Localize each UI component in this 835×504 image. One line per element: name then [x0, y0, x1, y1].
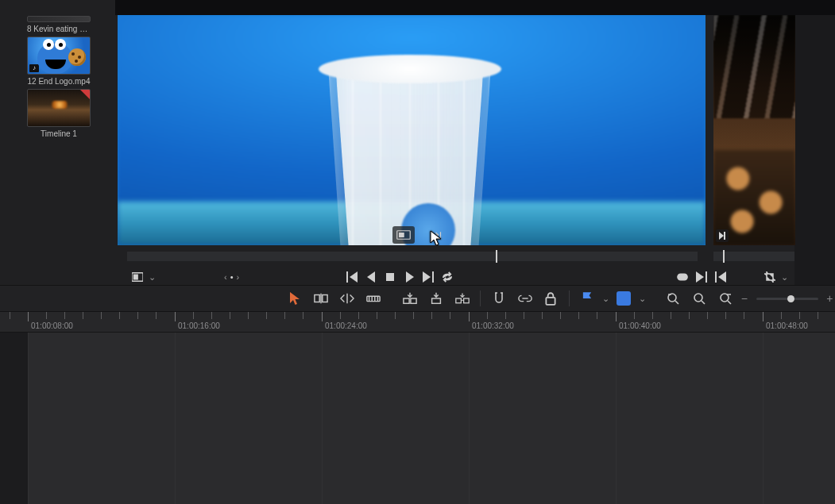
- separator: [569, 290, 570, 306]
- ruler-tick: [469, 312, 470, 321]
- media-clip[interactable]: ♪ 12 End Logo.mp4: [27, 37, 91, 86]
- loop-button[interactable]: [440, 270, 454, 284]
- ruler-tick: [28, 312, 29, 321]
- stop-button[interactable]: [383, 270, 397, 284]
- svg-rect-15: [411, 298, 416, 303]
- media-clip[interactable]: 8 Kevin eating coo...: [27, 16, 91, 33]
- timeline-ruler[interactable]: 01:00:08:0001:00:16:0001:00:24:0001:00:3…: [0, 312, 835, 333]
- selection-tool-button[interactable]: [286, 289, 304, 308]
- ruler-minor-tick: [119, 312, 120, 319]
- ruler-minor-tick: [689, 312, 690, 319]
- match-frame-button[interactable]: [392, 226, 415, 244]
- prev-frame-button[interactable]: [364, 270, 378, 284]
- timeline-tracks[interactable]: [0, 333, 835, 504]
- chevron-down-icon[interactable]: ⌄: [149, 272, 156, 283]
- jump-last-button[interactable]: [421, 270, 435, 284]
- clip-label: Timeline 1: [27, 129, 91, 138]
- ruler-minor-tick: [413, 312, 414, 319]
- jump-first-button[interactable]: [345, 270, 359, 284]
- playhead-marker[interactable]: [496, 250, 497, 263]
- ruler-minor-tick: [83, 312, 83, 319]
- media-clip[interactable]: Timeline 1: [27, 89, 91, 138]
- ruler-minor-tick: [248, 312, 249, 319]
- dynamic-trim-button[interactable]: [338, 289, 357, 308]
- next-clip-button[interactable]: [694, 270, 709, 284]
- insert-clip-button[interactable]: [401, 289, 419, 308]
- svg-rect-6: [386, 273, 394, 281]
- timecode-label: 01:00:24:00: [325, 321, 367, 330]
- ruler-minor-tick: [101, 312, 102, 319]
- timeline-badge-icon: [80, 90, 90, 99]
- ruler-minor-tick: [524, 312, 524, 319]
- next-edit-button[interactable]: [716, 229, 729, 242]
- clip-label: 8 Kevin eating coo...: [27, 25, 91, 33]
- ruler-minor-tick: [10, 312, 10, 319]
- ruler-minor-tick: [560, 312, 561, 319]
- viewer-mode-button[interactable]: [130, 270, 145, 284]
- find-next-button[interactable]: [717, 289, 735, 308]
- prev-clip-button[interactable]: [713, 270, 728, 284]
- chevron-down-icon[interactable]: ⌄: [602, 294, 609, 304]
- ruler-tick: [322, 312, 323, 321]
- cursor-icon: [430, 230, 443, 245]
- ruler-minor-tick: [340, 312, 341, 319]
- chevron-left-icon[interactable]: ‹: [224, 272, 227, 282]
- chevron-right-icon[interactable]: ›: [237, 272, 240, 282]
- lock-toggle-button[interactable]: [542, 289, 560, 308]
- ruler-minor-tick: [377, 312, 377, 319]
- ruler-minor-tick: [358, 312, 359, 319]
- media-pool: 8 Kevin eating coo... ♪ 12 End Logo.mp4 …: [0, 0, 115, 286]
- ruler-minor-tick: [64, 312, 65, 319]
- svg-rect-16: [432, 298, 441, 303]
- zoom-in-button[interactable]: +: [825, 292, 835, 305]
- svg-rect-20: [617, 291, 631, 306]
- viewer-link-button[interactable]: [675, 270, 690, 284]
- source-viewer[interactable]: [118, 15, 705, 245]
- find-prev-button[interactable]: [665, 289, 683, 308]
- blade-tool-button[interactable]: [365, 289, 383, 308]
- ruler-minor-tick: [395, 312, 396, 319]
- svg-rect-12: [323, 295, 327, 302]
- svg-rect-2: [724, 232, 725, 240]
- zoom-out-button[interactable]: −: [739, 292, 749, 305]
- zoom-slider[interactable]: [756, 298, 818, 300]
- link-toggle-button[interactable]: [516, 289, 534, 308]
- ruler-minor-tick: [652, 312, 653, 319]
- svg-rect-10: [715, 271, 717, 283]
- svg-rect-14: [404, 298, 409, 303]
- ruler-tick: [616, 312, 617, 321]
- separator: [480, 290, 481, 306]
- chevron-down-icon[interactable]: ⌄: [639, 294, 646, 304]
- svg-rect-19: [547, 298, 555, 305]
- audio-badge-icon: ♪: [29, 64, 39, 72]
- timeline-scrubber[interactable]: [713, 252, 794, 261]
- snap-toggle-button[interactable]: [489, 289, 508, 308]
- timeline-viewer[interactable]: [713, 15, 795, 245]
- chevron-down-icon[interactable]: ⌄: [781, 272, 788, 283]
- ruler-minor-tick: [46, 312, 47, 319]
- flag-button[interactable]: [578, 289, 597, 308]
- source-scrubber[interactable]: [127, 252, 698, 261]
- svg-rect-9: [705, 271, 707, 283]
- timecode-label: 01:00:08:00: [31, 321, 73, 330]
- svg-rect-18: [464, 298, 470, 303]
- ruler-minor-tick: [450, 312, 450, 319]
- title-bar: [0, 0, 835, 15]
- clip-color-button[interactable]: [615, 289, 633, 308]
- viewer-panel: ⌄ ‹ • › ⌄: [115, 15, 794, 286]
- ruler-minor-tick: [542, 312, 543, 319]
- timecode-label: 01:00:48:00: [766, 321, 808, 330]
- crop-mode-button[interactable]: [763, 270, 777, 284]
- zoom-thumb[interactable]: [787, 295, 794, 302]
- trim-tool-button[interactable]: [312, 289, 331, 308]
- svg-rect-11: [315, 295, 319, 302]
- ruler-minor-tick: [707, 312, 708, 319]
- replace-clip-button[interactable]: [453, 289, 471, 308]
- ruler-minor-tick: [193, 312, 194, 319]
- ruler-minor-tick: [725, 312, 726, 319]
- play-button[interactable]: [402, 270, 416, 284]
- find-button[interactable]: [691, 289, 709, 308]
- dot-icon: •: [230, 272, 234, 282]
- playhead-marker[interactable]: [723, 250, 725, 263]
- overwrite-clip-button[interactable]: [427, 289, 446, 308]
